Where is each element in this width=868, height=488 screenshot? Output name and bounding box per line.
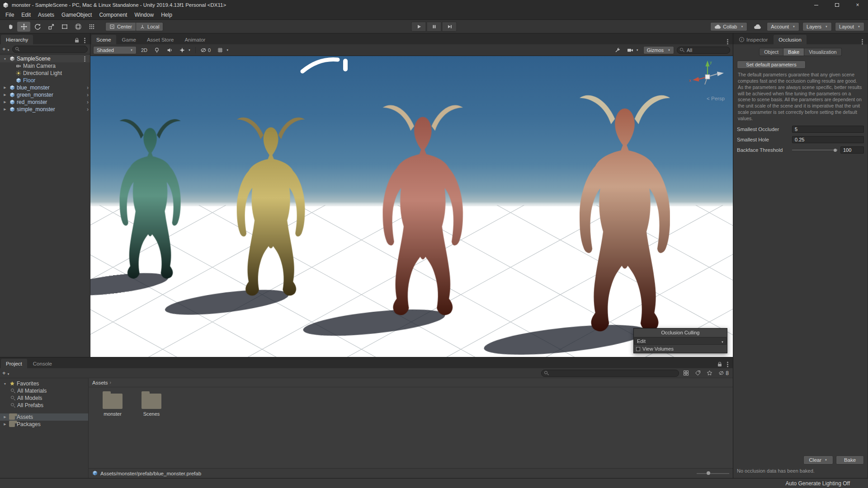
tree-item-assets[interactable]: ▶ Assets — [0, 413, 88, 421]
custom-tool-button[interactable] — [85, 22, 98, 32]
asset-folder-scenes[interactable]: Scenes — [137, 394, 165, 417]
set-default-parameters-button[interactable]: Set default parameters — [737, 61, 806, 69]
hierarchy-item-floor[interactable]: Floor — [0, 77, 90, 84]
view-volumes-row[interactable]: View Volumes — [634, 345, 727, 353]
step-button[interactable] — [442, 22, 457, 32]
monster-blue[interactable] — [120, 119, 181, 279]
tab-asset-store[interactable]: Asset Store — [142, 35, 179, 44]
hierarchy-item-blue-monster[interactable]: ▶ blue_monster › — [0, 84, 90, 91]
expand-arrow[interactable]: ▶ — [3, 108, 7, 111]
occlusion-mode-dropdown[interactable]: Edit — [634, 337, 726, 345]
auto-generate-lighting-status[interactable]: Auto Generate Lighting Off — [785, 480, 850, 487]
perspective-label[interactable]: < Persp — [707, 96, 725, 101]
slider-knob[interactable] — [707, 471, 710, 475]
monster-simple[interactable] — [580, 95, 670, 331]
expand-arrow[interactable]: ▶ — [3, 415, 7, 419]
menu-component[interactable]: Component — [95, 11, 131, 19]
account-dropdown[interactable]: Account — [767, 22, 799, 31]
expand-arrow[interactable]: ▶ — [3, 86, 7, 89]
transform-tool-button[interactable] — [71, 22, 85, 32]
subtab-bake[interactable]: Bake — [783, 48, 804, 56]
expand-arrow[interactable]: ▶ — [3, 100, 7, 104]
hierarchy-item-directional-light[interactable]: Directional Light — [0, 70, 90, 77]
space-local-button[interactable]: Local — [136, 22, 163, 31]
tab-animator[interactable]: Animator — [179, 35, 210, 44]
effects-dropdown[interactable] — [177, 46, 193, 54]
tab-inspector[interactable]: i Inspector — [734, 35, 773, 44]
tab-project[interactable]: Project — [1, 359, 27, 368]
hand-tool-button[interactable] — [4, 22, 17, 32]
tools-icon[interactable] — [613, 46, 623, 54]
expand-arrow[interactable]: ▶ — [3, 422, 7, 426]
menu-gameobject[interactable]: GameObject — [58, 11, 95, 19]
hierarchy-item-red-monster[interactable]: ▶ red_monster › — [0, 99, 90, 106]
open-prefab-arrow[interactable]: › — [87, 99, 89, 105]
search-by-type-icon[interactable] — [681, 369, 691, 377]
search-by-label-icon[interactable] — [693, 369, 703, 377]
scene-camera-dropdown[interactable] — [625, 46, 641, 54]
rect-tool-button[interactable] — [58, 22, 71, 32]
expand-arrow[interactable]: ▼ — [3, 382, 7, 385]
breadcrumb-assets[interactable]: Assets — [92, 380, 108, 385]
backface-threshold-field[interactable]: 100 — [840, 146, 864, 154]
shading-mode-dropdown[interactable]: Shaded — [93, 46, 137, 54]
scale-tool-button[interactable] — [44, 22, 57, 32]
menu-edit[interactable]: Edit — [18, 11, 34, 19]
thumbnail-zoom-slider[interactable] — [697, 473, 729, 474]
menu-window[interactable]: Window — [131, 11, 157, 19]
minimize-button[interactable] — [806, 0, 826, 10]
menu-file[interactable]: File — [2, 11, 18, 19]
menu-assets[interactable]: Assets — [34, 11, 58, 19]
create-button[interactable]: + — [2, 370, 10, 376]
layout-dropdown[interactable]: Layout — [835, 22, 864, 31]
open-prefab-arrow[interactable]: › — [87, 107, 89, 112]
clear-button[interactable]: Clear — [803, 455, 833, 465]
bake-button[interactable]: Bake — [836, 455, 864, 465]
tab-hierarchy[interactable]: Hierarchy — [1, 35, 33, 44]
hierarchy-item-green-monster[interactable]: ▶ green_monster › — [0, 91, 90, 99]
favorites-all-prefabs[interactable]: All Prefabs — [0, 402, 88, 409]
2d-toggle[interactable]: 2D — [139, 46, 149, 54]
subtab-object[interactable]: Object — [759, 48, 783, 56]
grid-dropdown[interactable] — [215, 46, 231, 54]
close-button[interactable]: × — [847, 0, 868, 10]
favorites-all-materials[interactable]: All Materials — [0, 387, 88, 394]
monster-red[interactable] — [383, 105, 463, 315]
menu-help[interactable]: Help — [157, 11, 176, 19]
collab-dropdown[interactable]: Collab — [710, 22, 747, 31]
smallest-occluder-field[interactable]: 5 — [792, 126, 864, 133]
tab-console[interactable]: Console — [28, 359, 57, 368]
expand-arrow[interactable]: ▶ — [3, 93, 7, 97]
create-button[interactable]: + — [2, 46, 10, 52]
hierarchy-search-input[interactable] — [12, 46, 88, 53]
scene-search-input[interactable]: All — [677, 47, 730, 54]
panel-menu-icon[interactable] — [727, 364, 728, 365]
lock-icon[interactable] — [75, 40, 79, 42]
subtab-visualization[interactable]: Visualization — [804, 48, 842, 56]
tab-occlusion[interactable]: Occlusion — [774, 35, 807, 44]
favorites-root[interactable]: ▼ Favorites — [0, 380, 88, 387]
monster-green[interactable] — [237, 117, 305, 296]
hierarchy-item-main-camera[interactable]: Main Camera — [0, 62, 90, 70]
orientation-gizmo[interactable]: x y — [685, 59, 728, 94]
hierarchy-item-simple-monster[interactable]: ▶ simple_monster › — [0, 106, 90, 113]
panel-menu-icon[interactable] — [862, 41, 863, 42]
hidden-objects-counter[interactable]: 0 — [198, 46, 212, 54]
smallest-hole-field[interactable]: 0.25 — [792, 136, 864, 143]
project-search-input[interactable] — [541, 370, 679, 377]
pivot-center-button[interactable]: Center — [105, 22, 136, 31]
pause-button[interactable] — [427, 22, 442, 32]
layers-dropdown[interactable]: Layers — [802, 22, 832, 31]
view-volumes-checkbox[interactable] — [636, 347, 640, 351]
tab-scene[interactable]: Scene — [91, 35, 116, 44]
hidden-packages-counter[interactable]: 8 — [717, 369, 731, 377]
favorite-star-icon[interactable] — [705, 369, 714, 377]
scene-menu-icon[interactable] — [84, 58, 85, 60]
move-tool-button[interactable] — [17, 22, 30, 32]
cloud-button[interactable] — [750, 22, 764, 32]
open-prefab-arrow[interactable]: › — [87, 85, 89, 90]
open-prefab-arrow[interactable]: › — [87, 92, 89, 98]
hierarchy-item-scene-root[interactable]: ▼ SampleScene — [0, 55, 90, 62]
lighting-toggle[interactable] — [152, 46, 162, 54]
asset-folder-monster[interactable]: monster — [99, 394, 127, 417]
